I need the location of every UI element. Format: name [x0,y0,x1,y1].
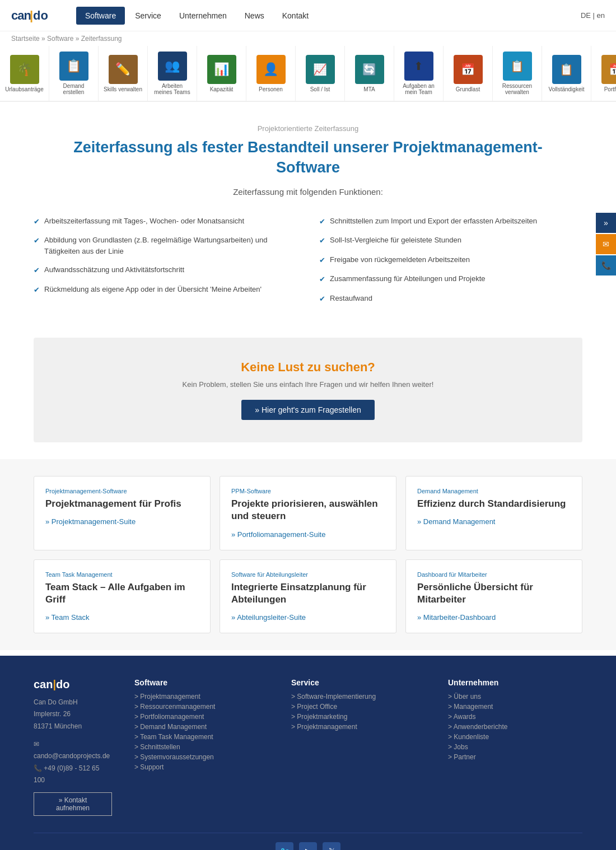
footer-link[interactable]: > Über uns [448,693,582,700]
footer-link[interactable]: > Awards [448,713,582,721]
sidebar-email-button[interactable]: ✉ [596,234,616,254]
twitter-icon[interactable]: 🐦 [276,842,293,850]
youtube-icon[interactable]: ▶ [299,842,317,850]
features-right: ✔ Schnittstellen zum Import und Export d… [319,216,582,312]
features-left: ✔ Arbeitszeiterfassung mit Tages-, Woche… [34,216,297,312]
footer-link[interactable]: > Projektmanagement [134,693,269,700]
hero-title: Zeiterfassung als fester Bestandteil uns… [45,137,571,178]
hero-desc: Zeiterfassung mit folgenden Funktionen: [45,187,571,197]
nav-software[interactable]: Software [76,7,125,25]
footer-link[interactable]: > Partner [448,753,582,761]
footer-col-unternehmen: Unternehmen > Über uns > Management > Aw… [448,678,582,816]
footer-link[interactable]: > Kundenliste [448,733,582,741]
icon-nav-item-aufgaben[interactable]: ⬆ Aufgaben an mein Team [394,46,444,101]
icon-nav-item-ressourcen[interactable]: 📋 Ressourcen verwalten [493,46,542,101]
sidebar-phone-button[interactable]: 📞 [596,255,616,275]
card-category: Software für Abteilungsleiter [231,571,385,578]
footer-link[interactable]: > Team Task Management [134,733,269,741]
footer-divider: 🐦 ▶ 𝕏 Impressum Datenschutz [34,833,582,850]
sidebar-expand-button[interactable]: » [596,213,616,233]
card-link[interactable]: » Team Stack [45,613,90,622]
icon-nav-item-arbeiten[interactable]: 👥 Arbeiten meines Teams [148,46,197,101]
card-link[interactable]: » Abteilungsleiter-Suite [231,613,306,622]
card-category: Demand Management [417,488,571,494]
logo[interactable]: can | do [11,8,48,23]
footer-link[interactable]: > Demand Management [134,723,269,731]
footer-address1: Implerstr. 26 [34,708,112,721]
feature-item: ✔ Arbeitszeiterfassung mit Tages-, Woche… [34,216,297,227]
footer-col-title: Unternehmen [448,678,582,687]
card-title: Projekte priorisieren, auswählen und ste… [231,498,385,522]
cta-button[interactable]: » Hier geht's zum Fragestellen [241,400,374,420]
icon-nav-item-grundlast[interactable]: 📅 Grundlast [444,46,493,101]
check-icon: ✔ [319,216,325,227]
icon-nav-item-portfolios[interactable]: 📅 Portfolios [591,46,616,101]
footer-link[interactable]: > Jobs [448,743,582,751]
card-title: Projektmanagement für Profis [45,498,199,510]
footer-link[interactable]: > Support [134,763,269,771]
feature-item: ✔ Abbildung von Grundlasten (z.B. regelm… [34,235,297,256]
check-icon: ✔ [319,274,325,285]
feature-item: ✔ Aufwandsschätzung und Aktivitätsfortsc… [34,264,297,276]
footer-link[interactable]: > Project Office [291,703,426,711]
footer-col-software: Software > Projektmanagement > Ressource… [134,678,269,816]
footer-col-title: Service [291,678,426,687]
icon-nav-item-urlaub[interactable]: 🌴 Urlaubsanträge [0,46,49,101]
hero-subtitle: Projektorientierte Zeiterfassung [45,124,571,133]
card-link[interactable]: » Demand Management [417,517,495,526]
footer-link[interactable]: > Portfoliomanagement [134,713,269,721]
lang-switcher[interactable]: DE | en [581,11,605,20]
icon-nav-item-kapazitat[interactable]: 📊 Kapazität [197,46,246,101]
footer-top: can|do Can Do GmbH Implerstr. 26 81371 M… [34,678,582,816]
feature-item: ✔ Freigabe von rückgemeldeten Arbeitszei… [319,254,582,266]
footer-col-title: Software [134,678,269,687]
footer-social: 🐦 ▶ 𝕏 [34,842,582,850]
footer-link[interactable]: > Ressourcenmanagement [134,703,269,711]
check-icon: ✔ [319,235,325,246]
nav-service[interactable]: Service [127,7,169,25]
card-category: Team Task Management [45,571,199,578]
feature-item: ✔ Zusammenfassung für Abteilungen und Pr… [319,273,582,285]
footer-company: can|do Can Do GmbH Implerstr. 26 81371 M… [34,678,112,816]
feature-item: ✔ Restaufwand [319,293,582,305]
card-category: Dashboard für Mitarbeiter [417,571,571,578]
xing-icon[interactable]: 𝕏 [323,842,340,850]
check-icon: ✔ [34,284,40,296]
breadcrumb-software[interactable]: Software [47,35,73,43]
icon-nav-item-vollstandig[interactable]: 📋 Vollständigkeit [542,46,591,101]
nav-unternehmen[interactable]: Unternehmen [171,7,235,25]
icon-nav-item-sollist[interactable]: 📈 Soll / Ist [296,46,345,101]
footer-link[interactable]: > Schnittstellen [134,743,269,751]
cta-title: Keine Lust zu suchen? [56,360,560,375]
icon-nav-item-skills[interactable]: ✏️ Skills verwalten [99,46,148,101]
card-link[interactable]: » Portfoliomanagement-Suite [231,530,325,539]
card-demand: Demand Management Effizienz durch Standa… [405,476,582,550]
footer-link[interactable]: > Projektmarketing [291,713,426,721]
breadcrumb-current: Zeiterfassung [81,35,122,43]
card-teamstack: Team Task Management Team Stack – Alle A… [34,559,211,633]
feature-item: ✔ Soll-Ist-Vergleiche für geleistete Stu… [319,235,582,246]
card-category: Projektmanagement-Software [45,488,199,494]
card-link[interactable]: » Mitarbeiter-Dashboard [417,613,496,622]
icon-nav-item-mta[interactable]: 🔄 MTA [345,46,394,101]
card-link[interactable]: » Projektmanagement-Suite [45,517,136,526]
icon-nav-item-demand[interactable]: 📋 Demand erstellen [49,46,99,101]
nav-news[interactable]: News [237,7,272,25]
footer-link[interactable]: > Anwenderberichte [448,723,582,731]
nav-kontakt[interactable]: Kontakt [274,7,316,25]
footer: can|do Can Do GmbH Implerstr. 26 81371 M… [0,656,616,850]
card-abteilung: Software für Abteilungsleiter Integriert… [220,559,396,633]
footer-link[interactable]: > Software-Implementierung [291,693,426,700]
breadcrumb-home[interactable]: Startseite [11,35,40,43]
icon-nav-item-personen[interactable]: 👤 Personen [246,46,296,101]
footer-company-name: Can Do GmbH [34,697,112,709]
footer-link[interactable]: > Management [448,703,582,711]
check-icon: ✔ [34,216,40,227]
footer-phone: 📞 +49 (0)89 - 512 65 100 [34,763,112,787]
main-nav: Software Service Unternehmen News Kontak… [76,7,316,25]
footer-link[interactable]: > Projektmanagement [291,723,426,731]
footer-logo: can|do [34,678,112,691]
footer-link[interactable]: > Systemvoraussetzungen [134,753,269,761]
features-section: ✔ Arbeitszeiterfassung mit Tages-, Woche… [0,211,616,333]
footer-contact-button[interactable]: » Kontakt aufnehmen [34,792,112,816]
